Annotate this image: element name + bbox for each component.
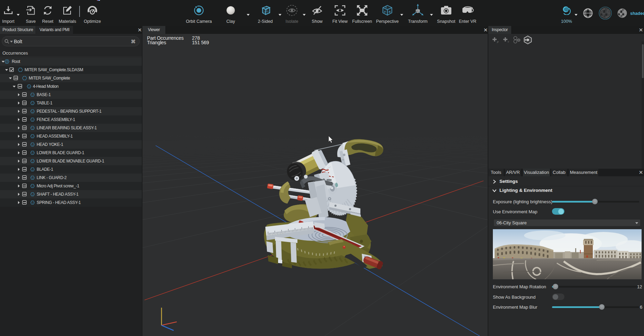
svg-text:c: c (508, 40, 509, 43)
svg-text:p: p (497, 40, 499, 43)
svg-text:T: T (385, 6, 387, 9)
svg-text:F: F (384, 10, 386, 13)
svg-text:R: R (389, 10, 391, 13)
